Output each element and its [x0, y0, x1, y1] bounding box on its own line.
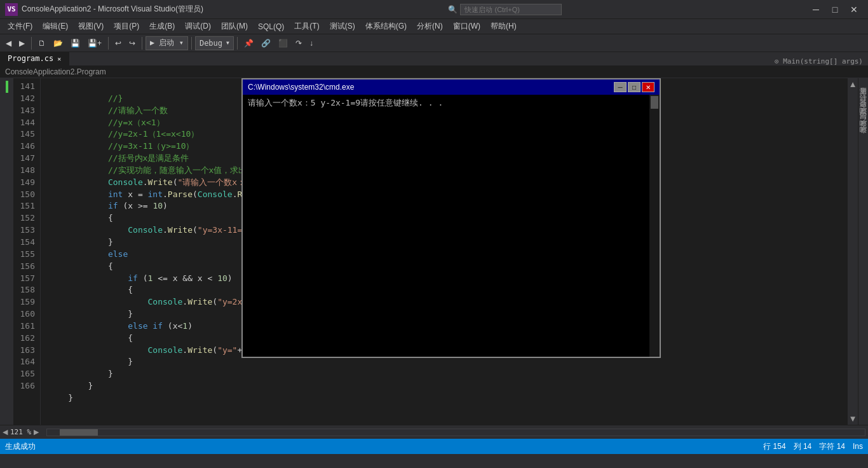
cmd-restore-btn[interactable]: □	[628, 82, 641, 92]
toolbar-forward-btn[interactable]: ▶	[16, 36, 28, 50]
scroll-thumb	[651, 96, 658, 109]
start-dropdown[interactable]: ▶ 启动 ▾	[146, 36, 188, 50]
line-num: 145	[19, 128, 35, 141]
line-num: 163	[19, 345, 35, 357]
scroll-down-btn[interactable]: ▼	[848, 414, 857, 423]
line-num: 152	[19, 212, 35, 224]
menu-bar: 文件(F)编辑(E)视图(V)项目(P)生成(B)调试(D)团队(M)SQL(Q…	[0, 19, 868, 34]
debug-dropdown[interactable]: Debug ▼	[195, 36, 234, 50]
tab-bar: Program.cs ✕ ⊙ Main(string[] args)	[0, 52, 868, 66]
outer-right-btn-7[interactable]: 嚓嚓	[858, 118, 868, 123]
cmd-body: 请输入一个数x：5 y-2x-1=9请按任意键继续. . .	[243, 95, 660, 357]
vs-logo-icon: VS	[5, 3, 18, 16]
toolbar-stop-btn[interactable]: ⬛	[275, 36, 291, 50]
save-btn[interactable]: 💾	[67, 36, 83, 50]
debug-label: Debug	[200, 39, 222, 48]
cmd-close-btn[interactable]: ✕	[642, 82, 654, 92]
toolbar-back-btn[interactable]: ◀	[3, 36, 15, 50]
title-bar: VS ConsoleApplication2 - Microsoft Visua…	[0, 0, 868, 19]
title-bar-left: VS ConsoleApplication2 - Microsoft Visua…	[5, 3, 203, 16]
line-num: 146	[19, 141, 35, 153]
menu-item-G[interactable]: 体系结构(G)	[360, 20, 412, 33]
cmd-titlebar[interactable]: C:\Windows\system32\cmd.exe ─ □ ✕	[243, 79, 660, 95]
menu-item-N[interactable]: 分析(N)	[412, 20, 448, 33]
breadcrumb-text: ConsoleApplication2.Program	[5, 67, 106, 76]
line-num: 166	[19, 380, 35, 392]
tab-close-icon[interactable]: ✕	[57, 55, 61, 62]
outer-right-btn-6[interactable]: 嚓嚓	[858, 111, 868, 116]
cmd-content: 请输入一个数x：5 y-2x-1=9请按任意键继续. . .	[243, 95, 448, 341]
second-breadcrumb: ⊙ Main(string[] args)	[775, 57, 863, 65]
toolbar: ◀ ▶ 🗋 📂 💾 💾+ ↩ ↪ ▶ 启动 ▾ Debug ▼ 📌 🔗 ⬛ ↷ …	[0, 34, 868, 52]
outer-right-btn-4[interactable]: 嚓嚓	[858, 99, 868, 104]
zoom-level: 121 %	[10, 428, 31, 436]
menu-item-E[interactable]: 编辑(E)	[37, 20, 73, 33]
close-button[interactable]: ✕	[845, 3, 863, 16]
status-bar: 生成成功 行 154 列 14 字符 14 Ins	[0, 439, 868, 454]
open-btn[interactable]: 📂	[50, 36, 66, 50]
horizontal-scrollbar[interactable]	[46, 429, 865, 436]
editor-scrollbar[interactable]: ▲ ▼	[848, 78, 858, 425]
menu-item-P[interactable]: 项目(P)	[109, 20, 144, 33]
menu-item-M[interactable]: 团队(M)	[216, 20, 253, 33]
gutter-indicator	[6, 81, 8, 93]
tab-filename: Program.cs	[8, 54, 53, 63]
row-indicator: 行 154	[763, 441, 785, 452]
line-num: 156	[19, 261, 35, 273]
line-num: 154	[19, 237, 35, 249]
search-icon: 🔍	[448, 5, 458, 14]
line-num: 164	[19, 356, 35, 368]
line-num: 157	[19, 273, 35, 285]
editor-main: 141 142 143 144 145 146 147 148 149 150 …	[0, 78, 868, 425]
toolbar-pin-btn[interactable]: 📌	[241, 36, 257, 50]
line-num: 161	[19, 320, 35, 333]
cmd-window: C:\Windows\system32\cmd.exe ─ □ ✕ 请输入一个数…	[241, 78, 661, 358]
zoom-out-btn[interactable]: ◀	[3, 428, 8, 436]
menu-item-B[interactable]: 生成(B)	[144, 20, 180, 33]
menu-item-T[interactable]: 工具(T)	[289, 20, 324, 33]
char-indicator: 字符 14	[819, 441, 845, 452]
menu-item-S[interactable]: 测试(S)	[325, 20, 360, 33]
toolbar-sep-1	[31, 37, 32, 50]
menu-item-V[interactable]: 视图(V)	[73, 20, 109, 33]
line-num: 160	[19, 308, 35, 320]
cmd-minimize-btn[interactable]: ─	[614, 82, 627, 92]
left-gutter	[0, 78, 14, 425]
line-num: 148	[19, 165, 35, 177]
toolbar-step-into[interactable]: ↓	[306, 36, 316, 50]
outer-right-btn-1[interactable]: 测量	[858, 79, 868, 85]
undo-btn[interactable]: ↩	[112, 36, 125, 50]
redo-btn[interactable]: ↪	[126, 36, 139, 50]
line-num: 149	[19, 177, 35, 189]
menu-item-W[interactable]: 窗口(W)	[448, 20, 485, 33]
save-all-btn[interactable]: 💾+	[85, 36, 105, 50]
restore-button[interactable]: □	[826, 3, 844, 16]
line-num: 147	[19, 153, 35, 165]
new-project-btn[interactable]: 🗋	[35, 36, 49, 50]
toolbar-step-over[interactable]: ↷	[292, 36, 305, 50]
menu-item-SQLQ[interactable]: SQL(Q)	[253, 21, 289, 32]
outer-right-btn-2[interactable]: 沿计	[858, 86, 868, 91]
menu-item-H[interactable]: 帮助(H)	[485, 20, 522, 33]
outer-right-panel: 测量 沿计 命题 嚓嚓 回写 嚓嚓 嚓嚓	[858, 78, 868, 425]
menu-item-F[interactable]: 文件(F)	[3, 20, 37, 33]
zoom-in-btn[interactable]: ▶	[34, 428, 39, 436]
quick-launch-input[interactable]	[460, 4, 562, 15]
tab-program-cs[interactable]: Program.cs ✕	[0, 52, 69, 65]
line-num: 150	[19, 189, 35, 201]
scroll-up-btn[interactable]: ▲	[848, 79, 857, 89]
toolbar-attach-btn[interactable]: 🔗	[258, 36, 274, 50]
toolbar-sep-2	[108, 37, 109, 50]
line-num: 151	[19, 200, 35, 212]
hscroll-thumb	[60, 429, 98, 436]
minimize-button[interactable]: ─	[807, 3, 825, 16]
outer-right-btn-3[interactable]: 命题	[858, 92, 868, 97]
debug-dropdown-arrow: ▼	[226, 40, 229, 46]
toolbar-sep-5	[237, 37, 238, 50]
cmd-window-controls: ─ □ ✕	[614, 82, 654, 92]
cmd-scrollbar[interactable]	[649, 95, 660, 357]
main-area: Program.cs ✕ ⊙ Main(string[] args) Conso…	[0, 52, 868, 439]
cmd-line2: y-2x-1=9请按任意键继续. . .	[320, 98, 443, 107]
menu-item-D[interactable]: 调试(D)	[180, 20, 216, 33]
outer-right-btn-5[interactable]: 回写	[858, 105, 868, 110]
